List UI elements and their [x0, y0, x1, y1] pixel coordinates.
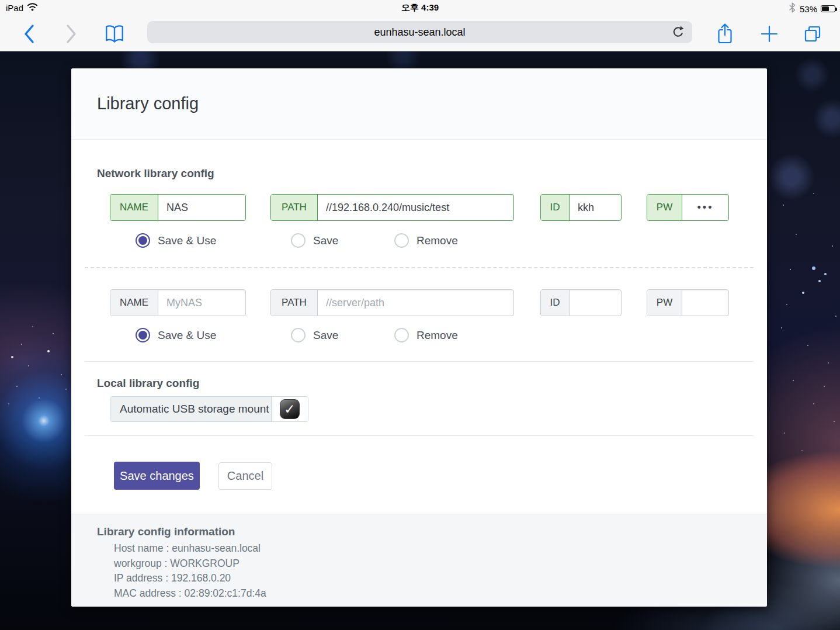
radio-unselected-icon[interactable] — [291, 233, 306, 248]
share-icon[interactable] — [714, 16, 736, 51]
path-field-group: PATH — [270, 289, 514, 316]
status-left: iPad — [6, 2, 38, 13]
safari-toolbar: eunhasu-sean.local — [0, 16, 840, 51]
radio-unselected-icon[interactable] — [291, 328, 306, 342]
radio-label: Remove — [416, 234, 458, 247]
radio-remove[interactable]: Remove — [394, 328, 458, 342]
id-label: ID — [541, 290, 570, 316]
bookmarks-icon[interactable] — [103, 16, 126, 51]
id-label: ID — [541, 195, 570, 220]
local-section-heading: Local library config — [97, 377, 199, 390]
radio-label: Save — [313, 329, 338, 342]
path-label: PATH — [271, 195, 318, 220]
id-field-group: ID — [540, 194, 622, 221]
path-input[interactable] — [318, 290, 513, 316]
name-field-group: NAME — [110, 194, 246, 221]
path-field-group: PATH — [270, 194, 514, 221]
panel-footer: Library config information Host name : e… — [71, 514, 767, 607]
name-input[interactable] — [158, 290, 245, 316]
radio-label: Remove — [416, 329, 458, 342]
battery-icon — [821, 5, 835, 12]
bluetooth-icon — [789, 2, 796, 15]
radio-unselected-icon[interactable] — [394, 233, 409, 248]
radio-save-and-use[interactable]: Save & Use — [136, 328, 216, 342]
pw-input[interactable] — [682, 290, 728, 316]
radio-label: Save & Use — [158, 234, 216, 247]
refresh-icon[interactable] — [671, 25, 685, 39]
pw-label: PW — [647, 195, 682, 220]
network-row-2: NAME PATH ID PW — [71, 289, 767, 316]
usb-mount-check-cell: ✓ — [272, 397, 308, 421]
workgroup-line: workgroup : WORKGROUP — [114, 556, 266, 572]
network-row-2-radios: Save & Use Save Remove — [71, 328, 767, 343]
wifi-icon — [27, 2, 38, 13]
name-field-group: NAME — [110, 289, 246, 316]
network-section-heading: Network library config — [97, 167, 214, 180]
name-label: NAME — [110, 195, 158, 220]
id-input[interactable] — [570, 195, 621, 220]
battery-percent: 53% — [800, 4, 817, 14]
address-bar[interactable]: eunhasu-sean.local — [147, 21, 692, 43]
section-separator — [85, 435, 754, 436]
pw-input[interactable] — [682, 195, 728, 220]
status-bar: iPad 오후 4:39 53% — [0, 0, 840, 16]
new-tab-icon[interactable] — [758, 16, 780, 51]
safari-chrome: iPad 오후 4:39 53% — [0, 0, 840, 51]
device-label: iPad — [6, 3, 23, 13]
save-changes-button[interactable]: Save changes — [114, 462, 200, 490]
section-separator — [85, 361, 754, 362]
radio-save[interactable]: Save — [291, 233, 338, 248]
footer-heading: Library config information — [97, 525, 235, 538]
radio-label: Save & Use — [158, 329, 216, 342]
usb-mount-field: Automatic USB storage mount ✓ — [110, 396, 308, 422]
dashed-separator — [85, 267, 754, 268]
network-row-1: NAME PATH ID PW — [71, 194, 767, 221]
footer-info: Host name : eunhasu-sean.local workgroup… — [114, 541, 266, 601]
radio-save-and-use[interactable]: Save & Use — [136, 233, 216, 248]
clock: 오후 4:39 — [401, 2, 439, 13]
radio-selected-icon[interactable] — [136, 328, 150, 342]
mac-address-line: MAC address : 02:89:02:c1:7d:4a — [114, 586, 266, 601]
tab-switcher-icon[interactable] — [801, 16, 824, 51]
radio-remove[interactable]: Remove — [394, 233, 458, 248]
status-right: 53% — [789, 2, 835, 15]
id-field-group: ID — [540, 289, 622, 316]
back-button[interactable] — [21, 16, 37, 51]
id-input[interactable] — [570, 290, 621, 316]
path-input[interactable] — [318, 195, 513, 220]
radio-unselected-icon[interactable] — [394, 328, 409, 342]
pw-field-group: PW — [647, 194, 729, 221]
url-text: eunhasu-sean.local — [374, 26, 465, 39]
forward-button[interactable] — [63, 16, 79, 51]
library-config-panel: Library config Network library config NA… — [71, 68, 767, 607]
wallpaper-stars — [0, 51, 1, 53]
radio-label: Save — [313, 234, 338, 247]
cancel-button[interactable]: Cancel — [218, 462, 272, 490]
host-name-line: Host name : eunhasu-sean.local — [114, 541, 266, 556]
network-row-1-radios: Save & Use Save Remove — [71, 233, 767, 248]
name-label: NAME — [110, 290, 158, 316]
page-title: Library config — [97, 94, 199, 113]
panel-header: Library config — [71, 68, 767, 140]
radio-save[interactable]: Save — [291, 328, 338, 342]
radio-selected-icon[interactable] — [136, 233, 150, 248]
usb-mount-checkbox[interactable]: ✓ — [280, 399, 300, 419]
name-input[interactable] — [158, 195, 245, 220]
pw-field-group: PW — [647, 289, 729, 316]
ip-address-line: IP address : 192.168.0.20 — [114, 571, 266, 586]
path-label: PATH — [271, 290, 318, 316]
pw-label: PW — [647, 290, 682, 316]
usb-mount-label: Automatic USB storage mount — [110, 397, 272, 421]
